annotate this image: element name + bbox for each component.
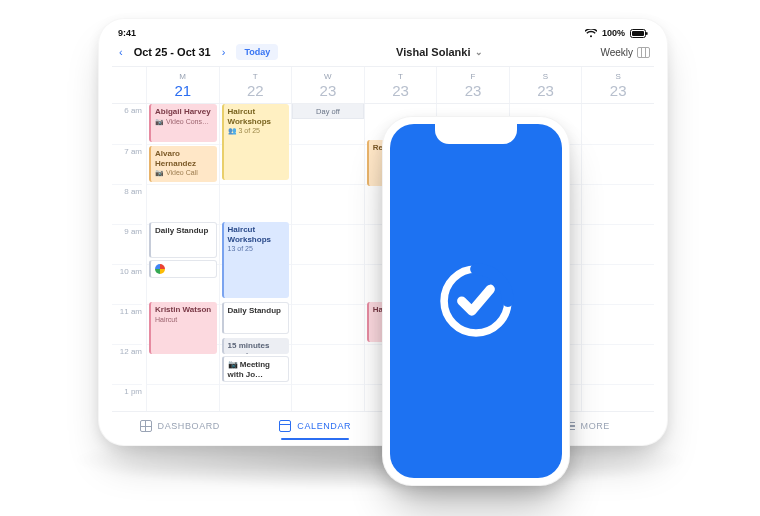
nav-calendar-label: CALENDAR: [297, 421, 351, 431]
calendar-header: ‹ Oct 25 - Oct 31 › Today Vishal Solanki…: [112, 42, 654, 66]
svg-rect-1: [632, 31, 644, 36]
event-title: Abigail Harvey: [155, 107, 213, 117]
day-of-week: S: [510, 72, 582, 81]
event-title: Haircut Workshops: [228, 107, 286, 126]
day-of-week: T: [220, 72, 292, 81]
user-picker[interactable]: Vishal Solanki ⌄: [396, 46, 482, 58]
time-label: 9 am: [112, 224, 142, 264]
day-of-week: M: [147, 72, 219, 81]
day-column[interactable]: Abigail Harvey📷 Video ConsultationAlvaro…: [146, 104, 219, 411]
calendar-event[interactable]: 📷 Meeting with Jo…: [222, 356, 290, 382]
event-meta: Haircut: [155, 316, 213, 324]
prev-week-button[interactable]: ‹: [116, 44, 126, 60]
wifi-icon: [585, 29, 597, 38]
day-of-month: 23: [292, 82, 364, 99]
calendar-event[interactable]: Haircut Workshops👥 3 of 25: [222, 104, 290, 180]
day-of-month: 23: [510, 82, 582, 99]
calendar-icon: [279, 420, 291, 432]
time-label: 1 pm: [112, 384, 142, 411]
time-label: 11 am: [112, 304, 142, 344]
app-logo: [434, 259, 518, 343]
time-gutter: 6 am7 am8 am9 am10 am11 am12 am1 pm: [112, 104, 146, 411]
today-button[interactable]: Today: [236, 44, 278, 60]
event-title: Daily Standup: [228, 306, 285, 316]
day-header[interactable]: S 23: [581, 67, 654, 103]
chevron-down-icon: ⌄: [475, 47, 483, 57]
nav-more-label: MORE: [581, 421, 610, 431]
phone-notch: [435, 124, 517, 144]
calendar-event[interactable]: Daily Standup: [222, 302, 290, 334]
calendar-event[interactable]: Haircut Workshops13 of 25: [222, 222, 290, 298]
day-of-week: W: [292, 72, 364, 81]
calendar-event[interactable]: Abigail Harvey📷 Video Consultation: [149, 104, 217, 142]
day-header[interactable]: F 23: [436, 67, 509, 103]
day-column[interactable]: Day off: [291, 104, 364, 411]
day-header[interactable]: T 22: [219, 67, 292, 103]
day-header[interactable]: S 23: [509, 67, 582, 103]
nav-calendar[interactable]: CALENDAR: [248, 420, 384, 432]
day-header[interactable]: W 23: [291, 67, 364, 103]
time-label: 10 am: [112, 264, 142, 304]
user-name: Vishal Solanki: [396, 46, 470, 58]
battery-text: 100%: [602, 28, 625, 38]
day-of-week: S: [582, 72, 654, 81]
nav-dashboard[interactable]: DASHBOARD: [112, 420, 248, 432]
allday-event[interactable]: Day off: [292, 104, 364, 119]
phone-device: [382, 116, 570, 486]
day-of-month: 23: [582, 82, 654, 99]
calendar-event[interactable]: Kristin WatsonHaircut: [149, 302, 217, 354]
google-icon: [155, 264, 165, 274]
next-week-button[interactable]: ›: [219, 44, 229, 60]
event-title: Haircut Workshops: [228, 225, 286, 244]
event-title: 15 minutes event: [228, 341, 286, 354]
time-label: 6 am: [112, 104, 142, 144]
calendar-event[interactable]: Alvaro Hernandez📷 Video Call: [149, 146, 217, 182]
day-of-week: F: [437, 72, 509, 81]
view-mode-toggle[interactable]: Weekly: [600, 47, 650, 58]
day-header[interactable]: T 23: [364, 67, 437, 103]
grid-icon: [637, 47, 650, 58]
day-column[interactable]: [581, 104, 654, 411]
event-title: 📷 Meeting with Jo…: [228, 360, 285, 379]
day-header[interactable]: M 21: [146, 67, 219, 103]
dashboard-icon: [140, 420, 152, 432]
day-of-month: 23: [437, 82, 509, 99]
status-bar: 9:41 100%: [112, 28, 654, 42]
event-meta: 📷 Video Call: [155, 169, 213, 177]
date-range[interactable]: Oct 25 - Oct 31: [134, 46, 211, 58]
day-of-month: 22: [220, 82, 292, 99]
day-of-week: T: [365, 72, 437, 81]
calendar-event[interactable]: 15 minutes event: [222, 338, 290, 354]
svg-rect-2: [646, 32, 648, 35]
status-time: 9:41: [118, 28, 136, 38]
nav-dashboard-label: DASHBOARD: [158, 421, 220, 431]
event-meta: 📷 Video Consultation: [155, 118, 213, 126]
event-meta: 13 of 25: [228, 245, 286, 253]
time-label: 8 am: [112, 184, 142, 224]
time-label: 12 am: [112, 344, 142, 384]
event-title: Daily Standup: [155, 226, 212, 236]
battery-icon: [630, 29, 648, 38]
day-of-month: 23: [365, 82, 437, 99]
phone-screen: [390, 124, 562, 478]
event-meta: 👥 3 of 25: [228, 127, 286, 135]
day-of-month: 21: [147, 82, 219, 99]
view-mode-label: Weekly: [600, 47, 633, 58]
time-label: 7 am: [112, 144, 142, 184]
day-header-row: M 21T 22W 23T 23F 23S 23S 23: [112, 66, 654, 104]
calendar-event[interactable]: [149, 260, 217, 278]
calendar-event[interactable]: Daily Standup: [149, 222, 217, 258]
event-title: Alvaro Hernandez: [155, 149, 213, 168]
day-column[interactable]: Haircut Workshops👥 3 of 25Haircut Worksh…: [219, 104, 292, 411]
event-title: Kristin Watson: [155, 305, 213, 315]
